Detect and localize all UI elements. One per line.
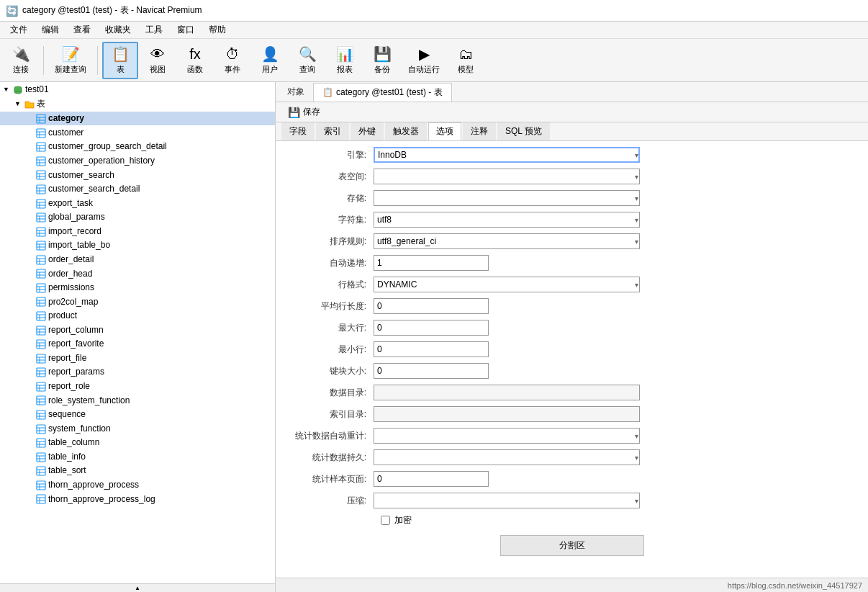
tree-node-customer_operation_history[interactable]: customer_operation_history <box>0 153 275 168</box>
tree-node-thorn_approve_process_log[interactable]: thorn_approve_process_log <box>0 492 275 506</box>
tree-node-test01[interactable]: ▼test01 <box>0 82 275 97</box>
tab-objects[interactable]: 对象 <box>279 83 313 101</box>
tree-node-thorn_approve_process[interactable]: thorn_approve_process <box>0 477 275 492</box>
toolbar-btn-table[interactable]: 📋表 <box>102 42 138 79</box>
toolbar-btn-model[interactable]: 🗂模型 <box>448 42 484 79</box>
table-icon <box>36 225 46 237</box>
tree-node-report_file[interactable]: report_file <box>0 351 275 365</box>
tree-node-permissions[interactable]: permissions <box>0 280 275 295</box>
select-压缩[interactable] <box>374 493 640 508</box>
report-icon: 📊 <box>336 45 354 63</box>
partition-button[interactable]: 分割区 <box>500 535 644 556</box>
menu-item-查看[interactable]: 查看 <box>66 22 98 37</box>
sub-tab-选项[interactable]: 选项 <box>428 122 461 140</box>
tree-node-role_system_function[interactable]: role_system_function <box>0 393 275 408</box>
input-最小行[interactable] <box>374 341 489 357</box>
table-icon: 📋 <box>112 45 130 63</box>
tree-label-sequence: sequence <box>48 409 86 419</box>
input-统计样本页面[interactable] <box>374 471 489 487</box>
table-icon <box>36 254 46 265</box>
tree-node-pro2col_map[interactable]: pro2col_map <box>0 295 275 309</box>
tree-node-customer_group_search_detail[interactable]: customer_group_search_detail <box>0 140 275 154</box>
tree-label-table_info: table_info <box>48 452 86 462</box>
tree-node-report_column[interactable]: report_column <box>0 323 275 337</box>
encrypt-checkbox[interactable] <box>381 516 390 525</box>
select-行格式[interactable]: DYNAMICCOMPACTFIXEDCOMPRESSED <box>374 277 640 292</box>
tree-label-table_column: table_column <box>48 437 99 447</box>
form-control-行格式: DYNAMICCOMPACTFIXEDCOMPRESSED▾ <box>374 277 647 292</box>
toolbar-btn-backup[interactable]: 💾备份 <box>364 42 400 79</box>
toolbar-btn-connect[interactable]: 🔌连接 <box>3 42 39 79</box>
form-row-引擎: 引擎:InnoDBMyISAMMEMORYCSV▾ <box>287 147 856 163</box>
main-layout: ▼test01▼表categorycustomercustomer_group_… <box>0 82 868 592</box>
toolbar-btn-report[interactable]: 📊报表 <box>327 42 363 79</box>
tree-toggle-test01[interactable]: ▼ <box>3 86 13 93</box>
tree-node-table_info[interactable]: table_info <box>0 449 275 464</box>
input-索引目录[interactable] <box>374 406 640 422</box>
select-统计数据自动重计[interactable] <box>374 428 640 444</box>
form-row-统计数据持久: 统计数据持久:▾ <box>287 449 856 465</box>
tree-node-import_table_bo[interactable]: import_table_bo <box>0 238 275 253</box>
tree-node-table_column[interactable]: table_column <box>0 436 275 450</box>
sub-tab-SQL-预览[interactable]: SQL 预览 <box>497 122 550 140</box>
sub-tab-外键[interactable]: 外键 <box>351 122 384 140</box>
tree-node-tables[interactable]: ▼表 <box>0 97 275 112</box>
toolbar-btn-query[interactable]: 🔍查询 <box>289 42 325 79</box>
toolbar-btn-event[interactable]: ⏱事件 <box>214 42 250 79</box>
form-label-统计数据持久: 统计数据持久: <box>287 452 374 464</box>
form-control-引擎: InnoDBMyISAMMEMORYCSV▾ <box>374 147 647 163</box>
tree-node-import_record[interactable]: import_record <box>0 224 275 238</box>
select-字符集[interactable]: utf8utf8mb4latin1 <box>374 212 640 228</box>
select-存储[interactable] <box>374 190 640 206</box>
select-引擎[interactable]: InnoDBMyISAMMEMORYCSV <box>374 147 640 163</box>
tree-node-order_head[interactable]: order_head <box>0 266 275 281</box>
tree-node-report_favorite[interactable]: report_favorite <box>0 337 275 351</box>
svg-rect-109 <box>37 495 45 503</box>
menu-item-帮助[interactable]: 帮助 <box>202 22 233 37</box>
select-排序规则[interactable]: utf8_general_ciutf8_bin <box>374 233 640 249</box>
toolbar-btn-user[interactable]: 👤用户 <box>252 42 288 79</box>
active-tab[interactable]: 📋 category @test01 (test) - 表 <box>313 83 452 102</box>
tree-node-product[interactable]: product <box>0 308 275 323</box>
input-键块大小[interactable] <box>374 363 489 379</box>
tree-node-report_params[interactable]: report_params <box>0 365 275 380</box>
tree-node-order_detail[interactable]: order_detail <box>0 252 275 266</box>
tree-node-system_function[interactable]: system_function <box>0 421 275 436</box>
menu-item-编辑[interactable]: 编辑 <box>35 22 66 37</box>
form-row-行格式: 行格式:DYNAMICCOMPACTFIXEDCOMPRESSED▾ <box>287 277 856 292</box>
input-自动递增[interactable] <box>374 255 489 271</box>
tree-toggle-tables[interactable]: ▼ <box>14 100 24 107</box>
status-bar: https://blog.csdn.net/weixin_44517927 <box>276 578 868 592</box>
toolbar-btn-new-query[interactable]: 📝新建查询 <box>48 42 93 79</box>
select-表空间[interactable] <box>374 169 640 184</box>
tree-node-report_role[interactable]: report_role <box>0 379 275 393</box>
sub-tab-索引[interactable]: 索引 <box>316 122 349 140</box>
sub-tab-注释[interactable]: 注释 <box>463 122 496 140</box>
toolbar-btn-autorun[interactable]: ▶自动运行 <box>402 42 446 79</box>
sub-tab-字段[interactable]: 字段 <box>281 122 315 140</box>
input-平均行长度[interactable] <box>374 298 489 314</box>
form-control-统计数据持久: ▾ <box>374 449 647 465</box>
select-统计数据持久[interactable] <box>374 449 640 465</box>
input-数据目录[interactable] <box>374 385 640 400</box>
tree-node-customer_search[interactable]: customer_search <box>0 168 275 182</box>
sidebar-scroll-down[interactable]: ▲ <box>0 583 275 592</box>
menu-item-收藏夹[interactable]: 收藏夹 <box>98 22 138 37</box>
input-最大行[interactable] <box>374 320 489 336</box>
svg-rect-21 <box>37 185 45 194</box>
tree-node-category[interactable]: category <box>0 112 275 126</box>
tree-node-table_sort[interactable]: table_sort <box>0 464 275 478</box>
sub-tab-触发器[interactable]: 触发器 <box>385 122 427 140</box>
save-button[interactable]: 💾 保存 <box>281 104 327 120</box>
tree-node-global_params[interactable]: global_params <box>0 210 275 225</box>
toolbar-btn-function[interactable]: fx函数 <box>177 42 213 79</box>
menu-item-文件[interactable]: 文件 <box>3 22 35 37</box>
menu-item-窗口[interactable]: 窗口 <box>170 22 202 37</box>
tree-node-customer_search_detail[interactable]: customer_search_detail <box>0 181 275 196</box>
form-control-表空间: ▾ <box>374 169 647 184</box>
tree-node-customer[interactable]: customer <box>0 125 275 140</box>
menu-item-工具[interactable]: 工具 <box>138 22 170 37</box>
tree-node-export_task[interactable]: export_task <box>0 196 275 210</box>
tree-node-sequence[interactable]: sequence <box>0 407 275 421</box>
toolbar-btn-view[interactable]: 👁视图 <box>140 42 176 79</box>
